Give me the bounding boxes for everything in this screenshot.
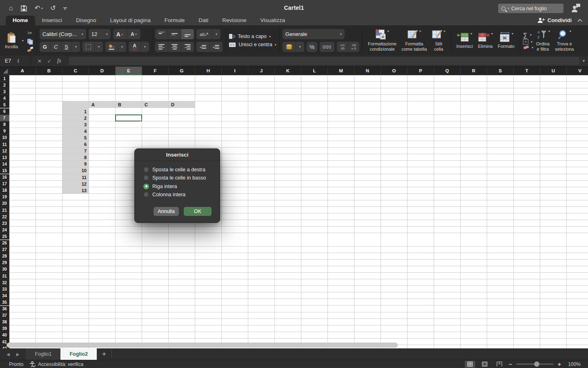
row-header-39[interactable]: 39: [0, 325, 9, 332]
column-header-F[interactable]: F: [142, 67, 169, 75]
column-header-C[interactable]: C: [62, 67, 89, 75]
row-header-7[interactable]: 7: [0, 115, 9, 121]
decrease-decimal-button[interactable]: .00 ▸.0: [348, 42, 359, 52]
row-header-14[interactable]: 14: [0, 161, 9, 167]
dialog-option-2[interactable]: Riga intera: [143, 183, 220, 189]
row-header-6[interactable]: 6: [0, 108, 9, 115]
row-header-16[interactable]: 16: [0, 174, 9, 181]
sort-filter-button[interactable]: A Z ▾ Ordina e filtra: [533, 29, 552, 52]
row-header-28[interactable]: 28: [0, 253, 9, 260]
tab-visualizza[interactable]: Visualizza: [253, 16, 292, 25]
row-header-24[interactable]: 24: [0, 227, 9, 233]
find-select-button[interactable]: ▾ Trova e seleziona: [552, 29, 576, 52]
zoom-in-icon[interactable]: +: [558, 362, 561, 367]
percent-button[interactable]: %: [307, 42, 317, 52]
accessibility-status[interactable]: Accessibilità: verifica: [29, 361, 83, 367]
row-header-29[interactable]: 29: [0, 260, 9, 266]
column-header-D[interactable]: D: [89, 67, 116, 75]
paste-chevron-icon[interactable]: ▾: [22, 39, 24, 43]
cancel-button[interactable]: Annulla: [154, 207, 179, 216]
contact-us-icon[interactable]: [571, 3, 581, 12]
column-header-K[interactable]: K: [275, 67, 301, 75]
column-header-R[interactable]: R: [461, 67, 487, 75]
column-header-U[interactable]: U: [540, 67, 567, 75]
row-header-32[interactable]: 32: [0, 279, 9, 286]
row-header-2[interactable]: 2: [0, 82, 9, 88]
cell-number-1[interactable]: 1: [62, 108, 87, 115]
bold-button[interactable]: G: [40, 42, 51, 52]
borders-button[interactable]: [82, 42, 95, 52]
row-header-8[interactable]: 8: [0, 121, 9, 128]
column-header-L[interactable]: L: [301, 67, 328, 75]
increase-decimal-button[interactable]: ◂.0 .00: [337, 42, 348, 52]
font-color-button[interactable]: A: [129, 42, 141, 52]
tab-dati[interactable]: Dati: [192, 16, 215, 25]
column-header-S[interactable]: S: [487, 67, 514, 75]
column-header-P[interactable]: P: [408, 67, 434, 75]
font-color-chevron-icon[interactable]: ▾: [141, 42, 149, 52]
row-header-17[interactable]: 17: [0, 181, 9, 187]
row-header-38[interactable]: 38: [0, 319, 9, 325]
row-header-30[interactable]: 30: [0, 266, 9, 273]
row-header-20[interactable]: 20: [0, 200, 9, 207]
column-header-M[interactable]: M: [328, 67, 354, 75]
fill-handle[interactable]: [140, 120, 143, 122]
row-header-33[interactable]: 33: [0, 286, 9, 292]
paste-button[interactable]: Incolla: [3, 32, 20, 49]
cell-number-13[interactable]: 13: [62, 187, 87, 194]
name-box[interactable]: E7 ▲▼: [0, 58, 27, 64]
cell-number-10[interactable]: 10: [62, 167, 87, 174]
cell-number-12[interactable]: 12: [62, 181, 87, 187]
font-size-select[interactable]: 12 ▾: [89, 29, 111, 39]
selected-cell-E7[interactable]: [115, 114, 142, 121]
number-format-select[interactable]: Generale ▾: [283, 29, 345, 39]
dialog-option-0[interactable]: Sposta le celle a destra: [143, 166, 220, 173]
column-header-V[interactable]: V: [567, 67, 588, 75]
row-header-36[interactable]: 36: [0, 306, 9, 312]
row-header-13[interactable]: 13: [0, 154, 9, 161]
thousands-separator-button[interactable]: 000: [320, 42, 334, 52]
zoom-out-icon[interactable]: −: [509, 362, 512, 367]
dialog-option-1[interactable]: Sposta le celle in basso: [143, 175, 220, 181]
fill-color-button[interactable]: [105, 42, 118, 52]
format-cells-button[interactable]: ▾ Formato: [495, 32, 517, 49]
row-header-11[interactable]: 11: [0, 141, 9, 148]
tab-revisione[interactable]: Revisione: [215, 16, 253, 25]
row-header-25[interactable]: 25: [0, 233, 9, 240]
conditional-formatting-button[interactable]: ≠ ▾ Formattazione condizionale: [365, 29, 399, 52]
decrease-indent-button[interactable]: ◂: [196, 42, 210, 52]
cell-number-2[interactable]: 2: [62, 115, 87, 121]
cell-number-3[interactable]: 3: [62, 121, 87, 128]
sheet-next-icon[interactable]: ▶: [16, 352, 20, 357]
cell-number-11[interactable]: 11: [62, 174, 87, 181]
row-header-9[interactable]: 9: [0, 128, 9, 135]
underline-button[interactable]: S: [61, 42, 72, 52]
normal-view-button[interactable]: [465, 361, 475, 368]
tab-inserisci[interactable]: Inserisci: [35, 16, 69, 25]
radio-icon[interactable]: [143, 175, 149, 181]
tab-formule[interactable]: Formule: [158, 16, 192, 25]
cells-area[interactable]: ABCD12345678910111213: [9, 75, 588, 348]
cell-number-5[interactable]: 5: [62, 135, 87, 141]
select-all-corner[interactable]: [0, 67, 9, 75]
currency-chevron-icon[interactable]: ▾: [296, 42, 304, 52]
ok-button[interactable]: OK: [184, 207, 212, 216]
share-button[interactable]: Condividi: [538, 17, 572, 23]
orientation-button[interactable]: ab: [196, 29, 212, 39]
row-header-34[interactable]: 34: [0, 292, 9, 299]
tab-home[interactable]: Home: [6, 16, 35, 25]
align-bottom-button[interactable]: [181, 29, 194, 39]
row-header-35[interactable]: 35: [0, 299, 9, 305]
cell-label-C[interactable]: C: [142, 101, 169, 108]
sheet-tab-foglio2[interactable]: Foglio2: [60, 348, 96, 360]
cell-number-4[interactable]: 4: [62, 128, 87, 135]
merge-center-button[interactable]: Unisci e centra ▾: [229, 42, 276, 47]
decrease-font-button[interactable]: A ▼: [127, 29, 141, 39]
formula-bar-expand-icon[interactable]: ▼: [582, 59, 588, 63]
italic-button[interactable]: C: [51, 42, 61, 52]
cell-styles-button[interactable]: ▾ Stili cella: [430, 29, 448, 52]
insert-function-icon[interactable]: fx: [54, 58, 64, 64]
column-header-H[interactable]: H: [195, 67, 222, 75]
cell-label-A[interactable]: A: [89, 101, 116, 108]
increase-indent-button[interactable]: ▸: [210, 42, 223, 52]
